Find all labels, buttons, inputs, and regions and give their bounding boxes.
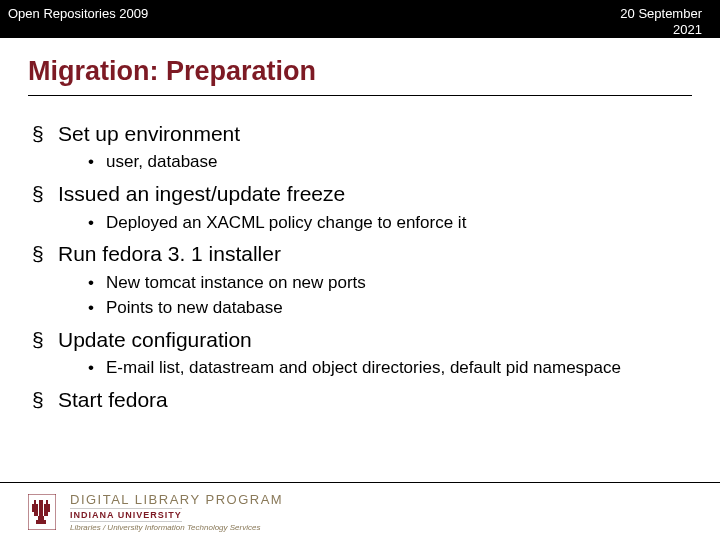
- bullet-item: Run fedora 3. 1 installerNew tomcat inst…: [32, 240, 692, 319]
- sub-bullet-list: user, database: [58, 151, 692, 174]
- bullet-item: Start fedora: [32, 386, 692, 413]
- footer: DIGITAL LIBRARY PROGRAM INDIANA UNIVERSI…: [0, 482, 720, 540]
- bullet-list: Set up environmentuser, databaseIssued a…: [28, 120, 692, 413]
- bullet-item: Update configurationE-mail list, datastr…: [32, 326, 692, 380]
- footer-tagline: Libraries / University Information Techn…: [70, 523, 283, 532]
- footer-program: DIGITAL LIBRARY PROGRAM: [70, 492, 283, 507]
- sub-bullet-item: New tomcat instance on new ports: [88, 272, 692, 295]
- header-date: 20 September 2021: [602, 6, 702, 37]
- footer-university: INDIANA UNIVERSITY: [70, 508, 182, 522]
- header-event: Open Repositories 2009: [8, 6, 148, 21]
- sub-bullet-list: Deployed an XACML policy change to enfor…: [58, 212, 692, 235]
- sub-bullet-item: Points to new database: [88, 297, 692, 320]
- svg-rect-1: [39, 500, 43, 520]
- slide-content: Migration: Preparation Set up environmen…: [0, 38, 720, 413]
- sub-bullet-list: E-mail list, datastream and object direc…: [58, 357, 692, 380]
- sub-bullet-list: New tomcat instance on new portsPoints t…: [58, 272, 692, 320]
- bullet-text: Start fedora: [58, 388, 168, 411]
- bullet-item: Set up environmentuser, database: [32, 120, 692, 174]
- bullet-text: Run fedora 3. 1 installer: [58, 242, 281, 265]
- bullet-text: Set up environment: [58, 122, 240, 145]
- sub-bullet-item: Deployed an XACML policy change to enfor…: [88, 212, 692, 235]
- iu-logo-icon: [28, 494, 56, 530]
- header-bar: Open Repositories 2009 20 September 2021: [0, 0, 720, 38]
- footer-text: DIGITAL LIBRARY PROGRAM INDIANA UNIVERSI…: [70, 492, 283, 532]
- bullet-text: Issued an ingest/update freeze: [58, 182, 345, 205]
- bullet-item: Issued an ingest/update freezeDeployed a…: [32, 180, 692, 234]
- sub-bullet-item: E-mail list, datastream and object direc…: [88, 357, 692, 380]
- bullet-text: Update configuration: [58, 328, 252, 351]
- slide-title: Migration: Preparation: [28, 56, 692, 96]
- sub-bullet-item: user, database: [88, 151, 692, 174]
